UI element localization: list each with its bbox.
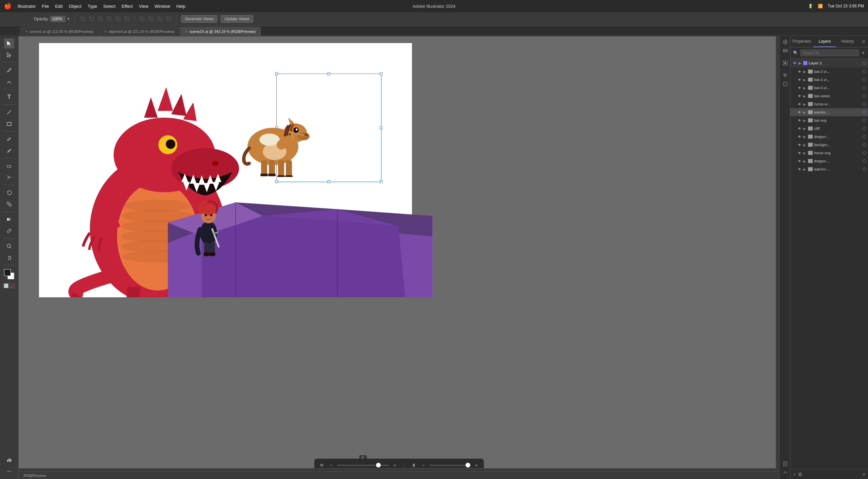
horse-vi-target[interactable]: [863, 102, 866, 106]
graph-tool[interactable]: [4, 455, 14, 465]
expand-panel-icon[interactable]: [782, 469, 789, 476]
warrior-b-target[interactable]: [863, 167, 866, 171]
cliff-expand-icon[interactable]: ▶: [803, 127, 807, 131]
bg-expand-icon[interactable]: ▶: [803, 143, 807, 147]
apple-menu[interactable]: 🍎: [4, 2, 12, 10]
line-tool[interactable]: [4, 107, 14, 117]
tab-scene2X[interactable]: × scene2X.ai @ 243.19 % (RGB/Preview): [180, 27, 261, 36]
align-bottom-icon[interactable]: ⬛: [124, 16, 130, 21]
bat-0-visibility-icon[interactable]: 👁: [797, 85, 802, 90]
warrior-b-expand-icon[interactable]: ▶: [803, 167, 807, 171]
layer-bat-0[interactable]: 👁 ▶ bat-0-vi...: [790, 84, 868, 92]
bat-svg-expand-icon[interactable]: ▶: [803, 119, 807, 122]
layer-bat-1[interactable]: 👁 ▶ bat-1-vi...: [790, 76, 868, 84]
dragon-2-expand-icon[interactable]: ▶: [803, 159, 807, 163]
bat-1-target[interactable]: [863, 78, 866, 81]
cliff-target[interactable]: [863, 127, 866, 130]
pencil-tool[interactable]: [4, 145, 14, 156]
horse-svg-expand-icon[interactable]: ▶: [803, 151, 807, 155]
more-tools[interactable]: •••: [4, 466, 14, 476]
cliff-visibility-icon[interactable]: 👁: [797, 126, 802, 131]
rectangle-tool[interactable]: [4, 119, 14, 129]
align-right-icon[interactable]: ⬛: [98, 16, 103, 21]
hand-tool[interactable]: [4, 253, 14, 263]
eraser-tool[interactable]: [4, 161, 14, 171]
horse-svg-target[interactable]: [863, 151, 866, 155]
tab-history[interactable]: History: [836, 36, 859, 47]
add-layer-icon[interactable]: +: [793, 472, 796, 477]
zoom-tool[interactable]: [4, 241, 14, 251]
opacity-input[interactable]: [50, 16, 65, 22]
distribute-v-icon[interactable]: ⬛: [148, 16, 154, 21]
timeline-stop-button[interactable]: −: [420, 463, 427, 468]
update-views-button[interactable]: Update Views: [221, 15, 253, 23]
align-center-v-icon[interactable]: ⬛: [115, 16, 121, 21]
panel-menu-icon[interactable]: ≡: [859, 36, 868, 47]
timeline-forward-button[interactable]: +: [392, 463, 398, 468]
handle-top-center[interactable]: [328, 73, 330, 75]
warrior-target[interactable]: [863, 111, 866, 114]
menu-edit[interactable]: Edit: [55, 4, 62, 9]
warrior-visibility-icon[interactable]: 👁: [797, 110, 802, 115]
layer-background[interactable]: 👁 ▶ backgro...: [790, 141, 868, 149]
scissors-tool[interactable]: [4, 172, 14, 182]
bat-svg-target[interactable]: [863, 119, 866, 122]
warrior-b-visibility-icon[interactable]: 👁: [797, 167, 802, 172]
bat-1-visibility-icon[interactable]: 👁: [797, 77, 802, 82]
layer-1-visibility-icon[interactable]: 👁: [792, 61, 797, 65]
handle-middle-right[interactable]: [380, 126, 382, 129]
menu-illustrator[interactable]: Illustrator: [18, 4, 36, 9]
layer-warrior[interactable]: 👁 ▶ warrior-...: [790, 108, 868, 116]
tab-layers[interactable]: Layers: [813, 36, 836, 47]
generate-views-button[interactable]: Generate Views: [181, 15, 217, 23]
tab-scene1[interactable]: × scene1.ai @ 212.55 % (RGB/Preview): [20, 27, 98, 36]
artboard-icon[interactable]: [782, 80, 789, 88]
bg-target[interactable]: [863, 143, 866, 146]
properties-icon[interactable]: [782, 38, 789, 46]
bat-0-target[interactable]: [863, 86, 866, 89]
layer-options-icon[interactable]: ≡: [863, 472, 865, 477]
warrior-expand-icon[interactable]: ▶: [803, 111, 807, 114]
direct-selection-tool[interactable]: [4, 50, 14, 60]
search-filter-icon[interactable]: ▼: [861, 51, 865, 55]
zoom-out-button[interactable]: +: [473, 463, 480, 468]
delete-layer-icon[interactable]: 🗑: [798, 472, 803, 477]
document-setup-icon[interactable]: [782, 460, 789, 467]
more-icon[interactable]: ⬛: [166, 16, 171, 21]
none-swatch[interactable]: [10, 283, 15, 288]
menu-view[interactable]: View: [139, 4, 149, 9]
menu-select[interactable]: Select: [103, 4, 116, 9]
handle-top-right[interactable]: [380, 73, 382, 75]
dragon-1-expand-icon[interactable]: ▶: [803, 135, 807, 139]
menu-window[interactable]: Window: [155, 4, 170, 9]
dragon-2-visibility-icon[interactable]: 👁: [797, 159, 802, 163]
distribute-h-icon[interactable]: ⬛: [139, 16, 145, 21]
horse-vi-visibility-icon[interactable]: 👁: [797, 102, 802, 106]
dragon-2-target[interactable]: [863, 159, 866, 163]
bat-2-visibility-icon[interactable]: 👁: [797, 69, 802, 74]
bat-views-target[interactable]: [863, 94, 866, 98]
tab-close-objectsX[interactable]: ×: [104, 29, 106, 34]
handle-top-left[interactable]: [275, 73, 278, 75]
grid-icon[interactable]: [782, 72, 789, 79]
opacity-chevron-icon[interactable]: ▼: [67, 17, 70, 21]
bat-views-visibility-icon[interactable]: 👁: [797, 94, 802, 98]
layer-horse-vi[interactable]: 👁 ▶ horse-vi...: [790, 100, 868, 108]
menu-object[interactable]: Object: [69, 4, 82, 9]
layer-1-expand-icon[interactable]: ▶: [798, 61, 802, 65]
layer-bat-2[interactable]: 👁 ▶ bat-2-vi...: [790, 67, 868, 76]
vertical-scrollbar[interactable]: [776, 36, 779, 468]
tab-objectsX[interactable]: × objectsX.ai @ 221.16 % (RGB/Preview): [99, 27, 179, 36]
timeline-play-pause-button[interactable]: ⏸: [411, 463, 417, 468]
tab-close-scene2X[interactable]: ×: [185, 29, 188, 34]
layer-group-1[interactable]: 👁 ▶ Layer 1: [790, 59, 868, 67]
align-top-icon[interactable]: ⬛: [106, 16, 112, 21]
layers-search-input[interactable]: [800, 49, 859, 56]
align-left-icon[interactable]: ⬛: [80, 16, 85, 21]
layer-cliff[interactable]: 👁 ▶ cliff: [790, 124, 868, 133]
rotate-tool[interactable]: [4, 187, 14, 198]
transform-panel-icon[interactable]: [782, 59, 789, 67]
horse-vi-expand-icon[interactable]: ▶: [803, 102, 807, 106]
bat-2-expand-icon[interactable]: ▶: [803, 70, 807, 74]
menu-effect[interactable]: Effect: [122, 4, 133, 9]
